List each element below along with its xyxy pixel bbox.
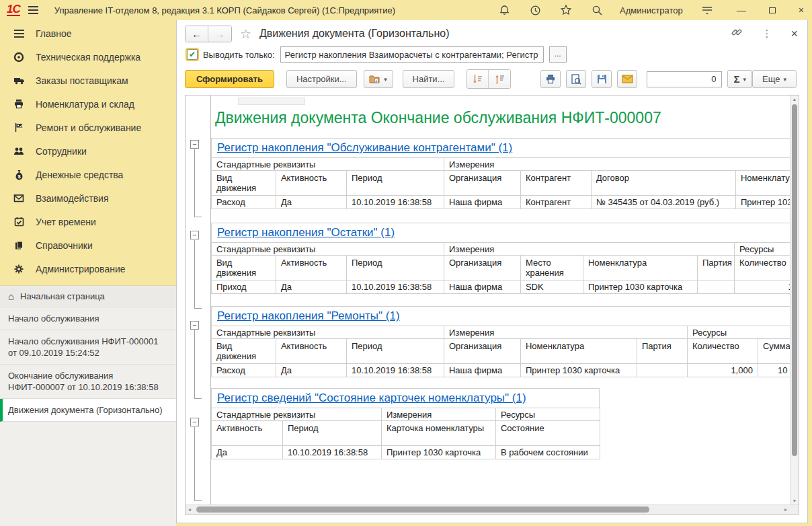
horizontal-scrollbar[interactable]: ◂ ▸ [186,504,790,514]
register-link[interactable]: Регистр накопления "Ремонты" (1) [217,309,400,322]
table-row[interactable]: Приход Да 10.10.2019 16:38:58 Наша фирма… [211,280,790,294]
maximize-button[interactable] [769,7,776,13]
nav-item-service-end-doc[interactable]: Окончание обслуживания НФИТ-000007 от 10… [0,365,176,399]
cell: Да [276,196,346,209]
cell: № 345435 от 04.03.2019 (руб.) [591,196,735,209]
nav-item-service-start[interactable]: Начало обслуживания [0,307,176,330]
minimize-button[interactable]: — [737,5,746,15]
sidebar-item-label: Ремонт и обслуживание [36,122,141,133]
sidebar-item-interactions[interactable]: Взаимодействия [0,186,176,210]
cell: 10 000,00 [758,364,790,377]
generate-button[interactable]: Сформировать [185,70,274,88]
movement-type-cell: Приход [211,280,276,294]
get-link-icon[interactable] [731,26,743,41]
close-window-button[interactable]: × [799,5,804,15]
sidebar-item-administration[interactable]: Администрирование [0,257,176,280]
bell-icon[interactable] [497,3,511,17]
autosum-button[interactable]: Σ ▾ [727,70,752,88]
register-link[interactable]: Регистр сведений "Состояние карточек ном… [217,391,526,404]
sidebar-item-label: Сотрудники [36,146,87,157]
column-header: Количество [687,339,758,364]
sort-ascending-button[interactable] [489,70,510,88]
find-button[interactable]: Найти... [403,70,455,88]
nav-item-service-start-doc[interactable]: Начало обслуживания НФИТ-000001 от 09.10… [0,330,176,365]
table-row[interactable]: Расход Да 10.10.2019 16:38:58 Наша фирма… [211,196,790,209]
report-variants-button[interactable]: ▾ [364,70,393,88]
column-header: Вид движения [211,339,276,364]
favorite-star-icon[interactable]: ☆ [240,26,251,42]
main-menu-icon[interactable] [700,3,714,17]
scroll-down-icon[interactable]: ▼ [790,498,799,503]
more-button[interactable]: Еще ▾ [752,70,797,88]
register-section: Регистр накопления "Остатки" (1) Стандар… [211,223,790,294]
history-icon[interactable] [528,3,542,17]
report-window: ← → ☆ Движения документа (Горизонтально)… [176,20,808,523]
star-icon[interactable] [559,3,573,17]
register-link[interactable]: Регистр накопления "Обслуживание контраг… [217,141,512,154]
group-header-cell: Стандартные реквизиты [211,158,444,171]
envelope-icon [622,75,633,83]
collapse-toggle[interactable]: − [190,231,199,239]
sort-descending-button[interactable] [467,70,489,88]
sidebar-item-nomenclature-warehouse[interactable]: Номенклатура и склад [0,92,176,116]
sidebar-item-tech-support[interactable]: Техническая поддержка [0,45,176,69]
dropdown-caret-icon: ▾ [384,76,387,83]
cell: Принтер 1030 карточка [520,364,637,377]
vertical-scrollbar[interactable]: ▲ ▼ [790,96,799,504]
sigma-icon: Σ [733,73,739,85]
group-header-cell: Стандартные реквизиты [211,408,381,421]
hamburger-menu-icon[interactable] [28,4,38,16]
table-row[interactable]: Да 10.10.2019 16:38:58 Принтер 1030 карт… [211,446,600,459]
sidebar-item-time-tracking[interactable]: Учет времени [0,210,176,233]
register-heading: Регистр накопления "Ремонты" (1) [211,306,790,326]
collapse-toggle[interactable]: − [190,321,199,330]
scroll-left-icon[interactable]: ◂ [188,506,191,513]
cell: SDK [520,280,583,294]
output-only-checkbox[interactable]: ✔ [187,49,198,60]
sidebar-item-directories[interactable]: Справочники [0,233,176,257]
search-icon[interactable] [590,3,604,17]
group-header-row: Стандартные реквизиты Измерения Ресурсы [211,326,790,339]
close-tab-icon[interactable]: × [790,27,798,41]
group-header-cell: Стандартные реквизиты [211,326,444,339]
current-user[interactable]: Администратор [620,5,683,15]
nav-item-document-movements[interactable]: Движения документа (Горизонтально) [0,399,176,422]
sidebar-item-repair-service[interactable]: Ремонт и обслуживание [0,116,176,139]
window-title: Движения документа (Горизонтально) [259,28,450,40]
group-header-row: Стандартные реквизиты Измерения Ресурсы [211,243,790,256]
sidebar-item-main[interactable]: Главное [0,22,176,45]
group-header-cell: Измерения [444,243,734,256]
more-menu-icon[interactable]: ⋮ [762,28,772,40]
filter-ellipsis-button[interactable]: ... [549,46,567,63]
group-header-row: Стандартные реквизиты Измерения [211,158,790,171]
cell: 1,000 [687,364,758,377]
scroll-up-icon[interactable]: ▲ [790,97,799,102]
forward-button[interactable]: → [208,26,231,42]
vertical-scroll-thumb[interactable] [792,104,797,456]
filter-row: ✔ Выводить только: ... [177,44,807,67]
print-button[interactable] [540,70,561,88]
table-row[interactable]: Расход Да 10.10.2019 16:38:58 Наша фирма… [211,364,790,377]
collapse-toggle[interactable]: − [190,418,199,426]
register-link[interactable]: Регистр накопления "Остатки" (1) [217,226,395,239]
report-title: Движения документа Окончание обслуживани… [215,109,790,127]
scroll-right-icon[interactable]: ▸ [784,506,787,513]
titlebar: 1С Управление IT-отделом 8, редакция 3.1… [0,0,812,20]
sidebar-item-cash[interactable]: $ Денежные средства [0,163,176,186]
back-button[interactable]: ← [186,26,208,42]
filter-value-field[interactable] [280,46,544,63]
register-table: Стандартные реквизиты Измерения Ресурсы … [211,326,790,377]
sidebar-item-employees[interactable]: Сотрудники [0,139,176,163]
sidebar-item-supplier-orders[interactable]: Заказы поставщикам [0,69,176,92]
settings-button[interactable]: Настройки... [286,70,357,88]
collapse-toggle[interactable]: − [190,140,199,149]
send-mail-button[interactable] [617,70,637,88]
truck-icon [12,76,26,85]
horizontal-scroll-thumb[interactable] [196,506,649,513]
save-button[interactable] [592,70,612,88]
nav-item-home[interactable]: ⌂ Начальная страница [0,286,176,307]
sum-field[interactable] [647,71,722,87]
column-header: Активность [276,339,346,364]
grouping-gutter: − − − − [186,96,211,504]
preview-button[interactable] [566,70,586,88]
